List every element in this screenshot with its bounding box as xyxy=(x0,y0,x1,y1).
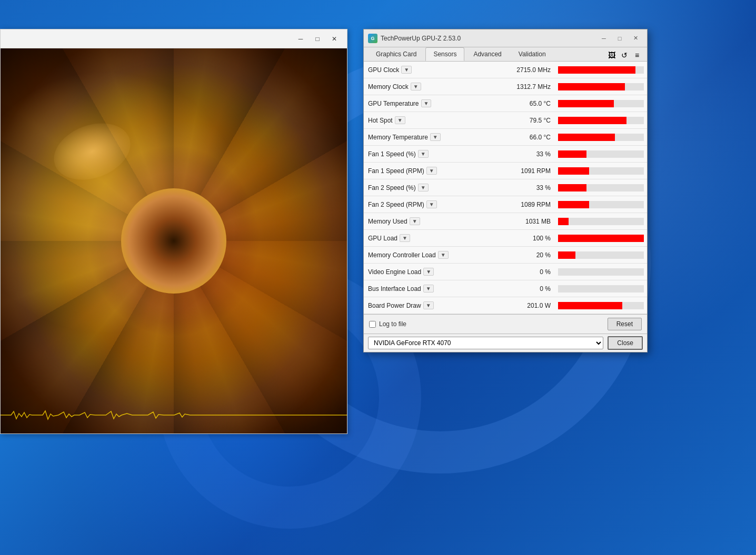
sensor-name-memory-used: Memory Used ▼ xyxy=(364,217,497,225)
gpuz-minimize-button[interactable]: ─ xyxy=(596,33,611,44)
sensor-value-gpu-clock: 2715.0 MHz xyxy=(497,66,555,74)
sensor-label-memory-used: Memory Used xyxy=(368,218,407,225)
sensor-bar-fill-memory-temperature xyxy=(558,134,615,141)
sensor-row-fan1-pct: Fan 1 Speed (%) ▼ 33 % xyxy=(364,146,647,163)
gpuz-tab-bar: Graphics Card Sensors Advanced Validatio… xyxy=(364,47,647,62)
sensor-row-gpu-temperature: GPU Temperature ▼ 65.0 °C xyxy=(364,95,647,112)
sensor-value-memory-clock: 1312.7 MHz xyxy=(497,83,555,90)
sensor-dropdown-memory-used[interactable]: ▼ xyxy=(410,217,420,225)
sensor-bar-container-fan1-rpm xyxy=(555,163,647,179)
sensor-dropdown-memory-clock[interactable]: ▼ xyxy=(411,83,421,90)
sensor-dropdown-fan2-rpm[interactable]: ▼ xyxy=(426,200,437,208)
left-window-maximize-button[interactable]: □ xyxy=(309,33,326,45)
sensor-bar-fill-fan2-rpm xyxy=(558,201,589,208)
sensor-dropdown-memory-temperature[interactable]: ▼ xyxy=(430,133,441,141)
sensor-label-fan1-pct: Fan 1 Speed (%) xyxy=(368,150,416,158)
sensor-bar-bg-memory-clock xyxy=(558,83,644,90)
gpuz-gpu-select-row: NVIDIA GeForce RTX 4070 Close xyxy=(364,334,647,352)
gpuz-reset-button[interactable]: Reset xyxy=(608,318,642,330)
gpuz-gpu-select[interactable]: NVIDIA GeForce RTX 4070 xyxy=(368,337,603,349)
sensor-row-gpu-load: GPU Load ▼ 100 % xyxy=(364,230,647,247)
sensor-bar-fill-gpu-load xyxy=(558,235,644,242)
gpuz-refresh-button[interactable]: ↺ xyxy=(619,49,630,61)
sensor-name-bus-interface-load: Bus Interface Load ▼ xyxy=(364,285,497,292)
sensor-value-fan1-pct: 33 % xyxy=(497,150,555,158)
log-to-file-label: Log to file xyxy=(379,320,406,328)
sensor-dropdown-gpu-clock[interactable]: ▼ xyxy=(401,66,412,74)
tab-sensors[interactable]: Sensors xyxy=(425,47,464,61)
sensor-name-board-power-draw: Board Power Draw ▼ xyxy=(364,301,497,309)
sensor-bar-container-memory-controller-load xyxy=(555,247,647,263)
sensor-bar-container-memory-clock xyxy=(555,78,647,95)
sensor-name-memory-temperature: Memory Temperature ▼ xyxy=(364,133,497,141)
sensor-bar-fill-memory-used xyxy=(558,218,569,225)
sensor-dropdown-video-engine-load[interactable]: ▼ xyxy=(423,268,434,276)
sensor-bar-container-bus-interface-load xyxy=(555,280,647,297)
sensor-bar-fill-memory-clock xyxy=(558,83,625,90)
sensor-bar-bg-hot-spot xyxy=(558,117,644,124)
sensor-bar-container-board-power-draw xyxy=(555,297,647,314)
sensor-dropdown-gpu-temperature[interactable]: ▼ xyxy=(421,99,432,107)
gpuz-maximize-button[interactable]: □ xyxy=(612,33,627,44)
sensor-bar-bg-gpu-temperature xyxy=(558,100,644,107)
sensor-name-gpu-clock: GPU Clock ▼ xyxy=(364,66,497,74)
sensor-bar-bg-fan2-pct xyxy=(558,184,644,191)
gpuz-footer-log-row: Log to file Reset xyxy=(364,314,647,334)
sensor-name-memory-controller-load: Memory Controller Load ▼ xyxy=(364,251,497,259)
sensor-value-video-engine-load: 0 % xyxy=(497,268,555,276)
sensor-bar-container-memory-temperature xyxy=(555,129,647,145)
waveform-display xyxy=(1,407,347,423)
left-window-close-button[interactable]: ✕ xyxy=(326,33,343,45)
sensor-row-memory-controller-load: Memory Controller Load ▼ 20 % xyxy=(364,247,647,264)
sensor-value-gpu-temperature: 65.0 °C xyxy=(497,100,555,107)
sensor-label-hot-spot: Hot Spot xyxy=(368,117,393,124)
sensor-bar-bg-gpu-clock xyxy=(558,66,644,74)
log-to-file-area: Log to file xyxy=(369,320,406,328)
sensor-bar-bg-memory-controller-load xyxy=(558,251,644,259)
sensor-bar-bg-memory-used xyxy=(558,218,644,225)
sensor-bar-bg-fan1-rpm xyxy=(558,167,644,175)
sensor-value-fan1-rpm: 1091 RPM xyxy=(497,167,555,175)
sensor-bar-bg-video-engine-load xyxy=(558,268,644,276)
left-window-titlebar: ─ □ ✕ xyxy=(1,29,347,48)
gpuz-icon-label: G xyxy=(371,36,374,41)
sensor-dropdown-fan1-pct[interactable]: ▼ xyxy=(418,150,429,158)
left-window-minimize-button[interactable]: ─ xyxy=(292,33,309,45)
sensor-label-bus-interface-load: Bus Interface Load xyxy=(368,285,421,292)
sensor-dropdown-memory-controller-load[interactable]: ▼ xyxy=(438,251,449,259)
log-to-file-checkbox[interactable] xyxy=(369,321,376,328)
sensor-label-video-engine-load: Video Engine Load xyxy=(368,268,421,276)
sensor-dropdown-gpu-load[interactable]: ▼ xyxy=(400,234,410,242)
sensor-row-gpu-clock: GPU Clock ▼ 2715.0 MHz xyxy=(364,62,647,78)
sensor-value-board-power-draw: 201.0 W xyxy=(497,302,555,309)
sensor-dropdown-hot-spot[interactable]: ▼ xyxy=(395,116,405,124)
sensor-bar-container-fan2-pct xyxy=(555,179,647,196)
sensor-dropdown-fan2-pct[interactable]: ▼ xyxy=(418,184,429,191)
left-window: ─ □ ✕ xyxy=(0,29,347,434)
tab-advanced[interactable]: Advanced xyxy=(465,47,509,61)
gpuz-close-button-footer[interactable]: Close xyxy=(608,336,643,350)
sensor-row-board-power-draw: Board Power Draw ▼ 201.0 W xyxy=(364,297,647,314)
sensor-label-memory-temperature: Memory Temperature xyxy=(368,134,428,141)
sensor-name-fan2-rpm: Fan 2 Speed (RPM) ▼ xyxy=(364,200,497,208)
sensor-bar-container-gpu-temperature xyxy=(555,95,647,112)
gpuz-window-controls: ─ □ ✕ xyxy=(596,33,643,44)
gpuz-close-button[interactable]: ✕ xyxy=(628,33,643,44)
sensor-bar-container-fan1-pct xyxy=(555,146,647,162)
sensor-bar-container-hot-spot xyxy=(555,112,647,128)
sensor-name-memory-clock: Memory Clock ▼ xyxy=(364,83,497,90)
gpuz-app-icon: G xyxy=(368,34,377,43)
gpuz-screenshot-button[interactable]: 🖼 xyxy=(606,49,618,61)
tab-validation[interactable]: Validation xyxy=(511,47,554,61)
sensor-bar-container-memory-used xyxy=(555,213,647,229)
sensor-dropdown-bus-interface-load[interactable]: ▼ xyxy=(423,285,434,292)
tab-graphics-card[interactable]: Graphics Card xyxy=(368,47,424,61)
sensor-bar-bg-memory-temperature xyxy=(558,134,644,141)
gpuz-menu-button[interactable]: ≡ xyxy=(631,49,643,61)
sensor-bar-fill-gpu-temperature xyxy=(558,100,614,107)
sensor-dropdown-fan1-rpm[interactable]: ▼ xyxy=(426,167,437,175)
sensor-dropdown-board-power-draw[interactable]: ▼ xyxy=(423,301,434,309)
sensor-row-memory-temperature: Memory Temperature ▼ 66.0 °C xyxy=(364,129,647,146)
sensor-label-gpu-temperature: GPU Temperature xyxy=(368,100,419,107)
sensor-bar-container-video-engine-load xyxy=(555,264,647,280)
